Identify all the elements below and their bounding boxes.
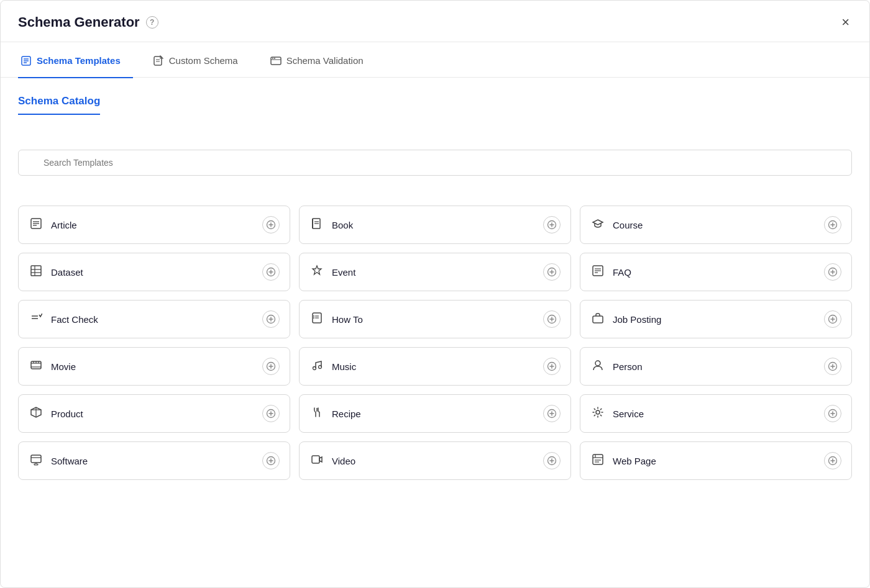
dataset-icon	[29, 265, 44, 280]
schema-grid: Article Book Course	[18, 206, 852, 480]
schema-card-left: FAQ	[590, 265, 631, 280]
schema-card-label: Fact Check	[51, 314, 98, 325]
event-icon	[309, 265, 324, 280]
schema-card-left: Service	[590, 406, 644, 422]
schema-card-left: Web Page	[590, 453, 656, 469]
add-schema-button-event[interactable]	[543, 263, 561, 281]
software-icon	[29, 453, 44, 469]
schema-card-left: Course	[590, 217, 643, 233]
jobposting-icon	[590, 312, 605, 327]
schema-card-job-posting[interactable]: Job Posting	[580, 300, 852, 338]
schema-card-label: Software	[51, 456, 88, 466]
content-area: Schema Catalog Article	[1, 78, 869, 587]
schema-card-fact-check[interactable]: Fact Check	[18, 300, 290, 338]
add-schema-button-job-posting[interactable]	[824, 310, 841, 328]
add-schema-button-dataset[interactable]	[262, 263, 280, 281]
section-title-area: Schema Catalog	[18, 95, 100, 115]
svg-rect-30	[31, 266, 41, 276]
music-icon	[309, 359, 324, 374]
svg-rect-97	[34, 464, 38, 465]
add-schema-button-book[interactable]	[543, 216, 561, 233]
svg-point-9	[272, 58, 273, 59]
svg-rect-95	[31, 455, 41, 463]
add-schema-button-web-page[interactable]	[824, 452, 841, 469]
schema-card-service[interactable]: Service	[580, 394, 852, 433]
schema-card-music[interactable]: Music	[299, 347, 571, 386]
add-schema-button-article[interactable]	[262, 216, 280, 233]
add-schema-button-software[interactable]	[262, 452, 280, 469]
schema-card-course[interactable]: Course	[580, 206, 852, 244]
schema-card-left: Person	[590, 359, 643, 374]
schema-card-left: Software	[29, 453, 88, 469]
add-schema-button-fact-check[interactable]	[262, 310, 280, 328]
schema-card-label: Product	[51, 409, 83, 419]
add-schema-button-movie[interactable]	[262, 358, 280, 375]
video-icon	[309, 453, 324, 469]
schema-card-dataset[interactable]: Dataset	[18, 253, 290, 291]
person-icon	[590, 359, 605, 374]
svg-point-10	[274, 58, 275, 59]
add-schema-button-product[interactable]	[262, 405, 280, 422]
add-schema-button-faq[interactable]	[824, 263, 841, 281]
recipe-icon	[309, 406, 324, 422]
svg-point-91	[596, 410, 600, 414]
schema-card-label: Book	[332, 220, 353, 230]
schema-card-faq[interactable]: FAQ	[580, 253, 852, 291]
schema-card-label: Music	[332, 361, 356, 372]
add-schema-button-service[interactable]	[824, 405, 841, 422]
modal-container: Schema Generator ? × Schema Templates	[0, 0, 870, 588]
schema-card-how-to[interactable]: How To	[299, 300, 571, 338]
schema-card-product[interactable]: Product	[18, 394, 290, 433]
schema-card-left: Article	[29, 217, 77, 233]
svg-rect-102	[312, 456, 319, 463]
tabs-bar: Schema Templates Custom Schema	[1, 42, 869, 78]
add-schema-button-video[interactable]	[543, 452, 561, 469]
svg-point-55	[313, 315, 314, 317]
webpage-icon	[590, 453, 605, 469]
schema-card-video[interactable]: Video	[299, 441, 571, 480]
add-schema-button-recipe[interactable]	[543, 405, 561, 422]
svg-rect-106	[593, 455, 603, 464]
schema-card-label: Web Page	[613, 456, 656, 466]
tab-schema-validation[interactable]: Schema Validation	[268, 43, 376, 78]
schema-card-article[interactable]: Article	[18, 206, 290, 244]
modal-title: Schema Generator	[18, 14, 140, 30]
tab-custom-schema-label: Custom Schema	[169, 55, 238, 66]
schema-card-label: Course	[613, 220, 643, 230]
schema-card-label: Person	[613, 361, 643, 372]
schema-card-web-page[interactable]: Web Page	[580, 441, 852, 480]
svg-rect-21	[312, 219, 313, 228]
schema-card-left: Video	[309, 453, 355, 469]
schema-card-left: Movie	[29, 359, 76, 374]
schema-card-left: Fact Check	[29, 312, 98, 327]
add-schema-button-how-to[interactable]	[543, 310, 561, 328]
schema-card-book[interactable]: Book	[299, 206, 571, 244]
schema-card-label: Movie	[51, 361, 76, 372]
schema-card-label: Recipe	[332, 409, 361, 419]
tab-custom-schema[interactable]: Custom Schema	[150, 43, 250, 78]
course-icon	[590, 217, 605, 233]
search-wrapper	[18, 150, 852, 191]
schema-card-label: Video	[332, 456, 355, 466]
section-title-wrapper: Schema Catalog	[18, 95, 852, 132]
close-button[interactable]: ×	[839, 13, 852, 32]
add-schema-button-person[interactable]	[824, 358, 841, 375]
add-schema-button-music[interactable]	[543, 358, 561, 375]
schema-card-event[interactable]: Event	[299, 253, 571, 291]
svg-point-56	[313, 317, 314, 319]
search-input[interactable]	[18, 150, 852, 176]
howto-icon	[309, 312, 324, 327]
modal-header: Schema Generator ? ×	[1, 1, 869, 42]
schema-card-label: How To	[332, 314, 363, 325]
help-icon[interactable]: ?	[146, 16, 158, 29]
schema-card-person[interactable]: Person	[580, 347, 852, 386]
schema-card-movie[interactable]: Movie	[18, 347, 290, 386]
schema-validation-icon	[270, 55, 282, 67]
schema-card-software[interactable]: Software	[18, 441, 290, 480]
product-icon	[29, 406, 44, 422]
schema-card-recipe[interactable]: Recipe	[299, 394, 571, 433]
add-schema-button-course[interactable]	[824, 216, 841, 233]
tab-schema-templates[interactable]: Schema Templates	[18, 43, 133, 78]
factcheck-icon	[29, 312, 44, 327]
schema-card-left: Product	[29, 406, 83, 422]
